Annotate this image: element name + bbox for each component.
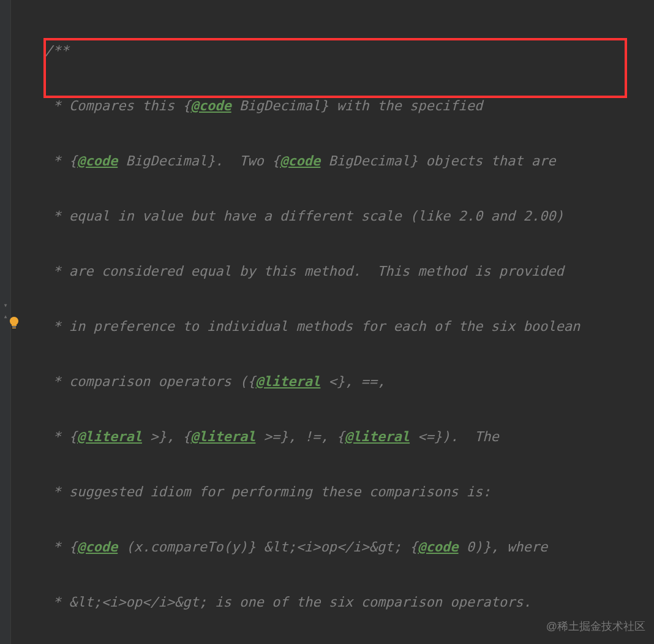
javadoc-line: * equal in value but have a different sc… xyxy=(45,208,564,224)
javadoc-line: * suggested idiom for performing these c… xyxy=(45,484,491,499)
fold-handle-up-icon[interactable]: ▾ xyxy=(1,301,10,310)
code-area[interactable]: /** * Compares this {@code BigDecimal} w… xyxy=(11,5,637,644)
watermark-text: @稀土掘金技术社区 xyxy=(546,617,645,635)
javadoc-line: /** xyxy=(45,43,69,58)
javadoc-line: * { xyxy=(45,429,77,444)
javadoc-line: * are considered equal by this method. T… xyxy=(45,263,564,279)
javadoc-code-tag: @code xyxy=(77,153,118,169)
javadoc-literal-tag: @literal xyxy=(255,374,320,389)
javadoc-line: * { xyxy=(45,539,77,555)
editor-gutter: ▾ ▴ xyxy=(0,0,11,644)
javadoc-line: * comparison operators ({ xyxy=(45,374,255,389)
code-editor[interactable]: ▾ ▴ /** * Compares this {@code BigDecima… xyxy=(0,0,654,644)
javadoc-line: * xyxy=(45,594,69,610)
javadoc-line: * in preference to individual methods fo… xyxy=(45,319,580,334)
javadoc-line: * Compares this { xyxy=(45,98,190,113)
javadoc-code-tag: @code xyxy=(190,98,231,113)
javadoc-line: * { xyxy=(45,153,77,169)
